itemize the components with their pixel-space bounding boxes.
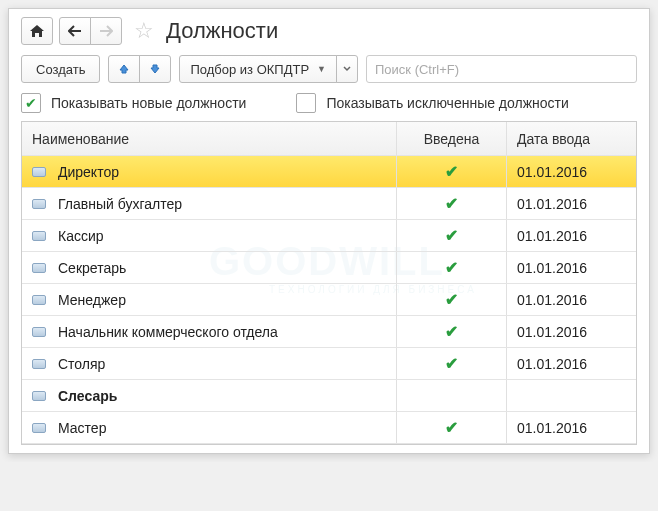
- pick-group: Подбор из ОКПДТР: [179, 55, 358, 83]
- cell-date: 01.01.2016: [506, 284, 636, 315]
- cell-date: 01.01.2016: [506, 252, 636, 283]
- cell-name-text: Директор: [58, 164, 119, 180]
- cell-entered: ✔: [396, 412, 506, 443]
- cell-date: 01.01.2016: [506, 156, 636, 187]
- cell-name: Слесарь: [22, 380, 396, 411]
- toolbar: Создать Подбор из ОКПДТР: [21, 55, 637, 83]
- item-icon: [32, 231, 46, 241]
- cell-entered: ✔: [396, 188, 506, 219]
- check-icon: ✔: [445, 418, 458, 437]
- page-title: Должности: [166, 18, 278, 44]
- table-row[interactable]: Кассир✔01.01.2016: [22, 220, 636, 252]
- check-icon: ✔: [445, 226, 458, 245]
- cell-date: 01.01.2016: [506, 188, 636, 219]
- item-icon: [32, 391, 46, 401]
- cell-name: Кассир: [22, 220, 396, 251]
- col-header-date[interactable]: Дата ввода: [506, 122, 636, 155]
- item-icon: [32, 167, 46, 177]
- nav-bar: ☆ Должности: [21, 17, 637, 45]
- cell-name: Директор: [22, 156, 396, 187]
- table-row[interactable]: Директор✔01.01.2016: [22, 156, 636, 188]
- cell-date: 01.01.2016: [506, 348, 636, 379]
- cell-date: 01.01.2016: [506, 316, 636, 347]
- item-icon: [32, 327, 46, 337]
- window: ☆ Должности Создать Подбор из ОКПДТР ✔ П…: [8, 8, 650, 454]
- cell-name-text: Главный бухгалтер: [58, 196, 182, 212]
- col-header-name[interactable]: Наименование: [22, 122, 396, 155]
- item-icon: [32, 199, 46, 209]
- cell-name-text: Мастер: [58, 420, 106, 436]
- move-up-button[interactable]: [108, 55, 140, 83]
- move-group: [108, 55, 171, 83]
- pick-okpdtr-button[interactable]: Подбор из ОКПДТР: [179, 55, 337, 83]
- check-icon: ✔: [445, 258, 458, 277]
- arrow-down-icon: [149, 63, 161, 75]
- cell-date: 01.01.2016: [506, 412, 636, 443]
- cell-name: Начальник коммерческого отдела: [22, 316, 396, 347]
- home-icon: [29, 24, 45, 38]
- item-icon: [32, 263, 46, 273]
- pick-okpdtr-dropdown[interactable]: [336, 55, 358, 83]
- item-icon: [32, 423, 46, 433]
- item-icon: [32, 359, 46, 369]
- table-row[interactable]: Мастер✔01.01.2016: [22, 412, 636, 444]
- arrow-left-icon: [68, 25, 82, 37]
- check-icon: ✔: [445, 354, 458, 373]
- create-button[interactable]: Создать: [21, 55, 100, 83]
- check-icon: ✔: [445, 194, 458, 213]
- table-row[interactable]: Начальник коммерческого отдела✔01.01.201…: [22, 316, 636, 348]
- table-header: Наименование Введена Дата ввода: [22, 122, 636, 156]
- col-header-entered[interactable]: Введена: [396, 122, 506, 155]
- cell-name: Секретарь: [22, 252, 396, 283]
- cell-date: 01.01.2016: [506, 220, 636, 251]
- table-row[interactable]: Слесарь: [22, 380, 636, 412]
- cell-name: Главный бухгалтер: [22, 188, 396, 219]
- search-input[interactable]: [366, 55, 637, 83]
- table-row[interactable]: Менеджер✔01.01.2016: [22, 284, 636, 316]
- table-row[interactable]: Столяр✔01.01.2016: [22, 348, 636, 380]
- cell-name: Столяр: [22, 348, 396, 379]
- cell-entered: ✔: [396, 348, 506, 379]
- positions-table: Наименование Введена Дата ввода Директор…: [21, 121, 637, 445]
- cell-name: Мастер: [22, 412, 396, 443]
- cell-name-text: Кассир: [58, 228, 104, 244]
- table-row[interactable]: Секретарь✔01.01.2016: [22, 252, 636, 284]
- filter-bar: ✔ Показывать новые должности Показывать …: [21, 93, 637, 113]
- cell-name-text: Начальник коммерческого отдела: [58, 324, 278, 340]
- cell-name-text: Секретарь: [58, 260, 126, 276]
- cell-entered: ✔: [396, 316, 506, 347]
- home-button[interactable]: [21, 17, 53, 45]
- label-show-new: Показывать новые должности: [51, 95, 246, 111]
- cell-entered: ✔: [396, 252, 506, 283]
- check-icon: ✔: [445, 162, 458, 181]
- chevron-down-icon: [343, 66, 351, 72]
- cell-entered: ✔: [396, 220, 506, 251]
- arrow-right-icon: [99, 25, 113, 37]
- forward-button[interactable]: [90, 17, 122, 45]
- back-button[interactable]: [59, 17, 91, 45]
- nav-back-forward: [59, 17, 122, 45]
- cell-entered: ✔: [396, 156, 506, 187]
- cell-name-text: Менеджер: [58, 292, 126, 308]
- cell-name-text: Слесарь: [58, 388, 117, 404]
- table-row[interactable]: Главный бухгалтер✔01.01.2016: [22, 188, 636, 220]
- move-down-button[interactable]: [139, 55, 171, 83]
- label-show-excluded: Показывать исключенные должности: [326, 95, 568, 111]
- cell-name-text: Столяр: [58, 356, 105, 372]
- favorite-star-icon[interactable]: ☆: [134, 18, 154, 44]
- cell-entered: [396, 380, 506, 411]
- checkbox-show-excluded[interactable]: [296, 93, 316, 113]
- cell-entered: ✔: [396, 284, 506, 315]
- arrow-up-icon: [118, 63, 130, 75]
- cell-date: [506, 380, 636, 411]
- cell-name: Менеджер: [22, 284, 396, 315]
- check-icon: ✔: [445, 290, 458, 309]
- checkbox-show-new[interactable]: ✔: [21, 93, 41, 113]
- item-icon: [32, 295, 46, 305]
- check-icon: ✔: [445, 322, 458, 341]
